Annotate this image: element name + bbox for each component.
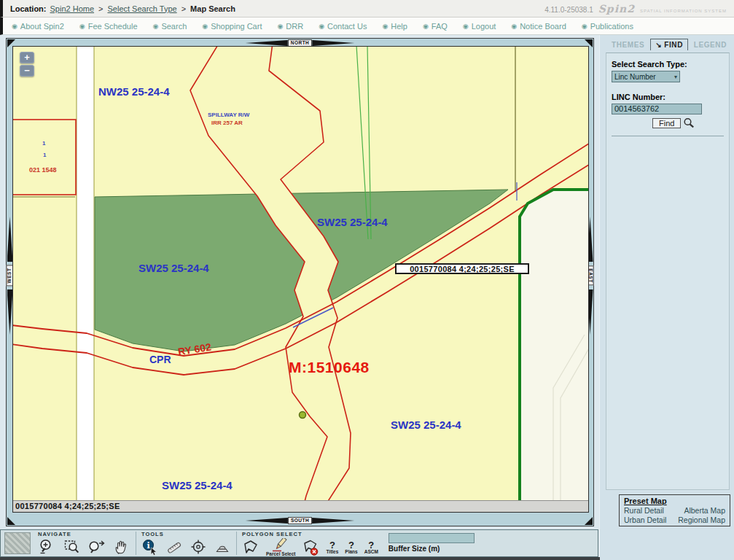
map-widget: NORTH SOUTH WEST EAST	[6, 38, 594, 526]
linc-number-label: LINC Number:	[612, 93, 724, 101]
chevron-down-icon: ▾	[674, 74, 677, 80]
parcel-map-graphic	[13, 47, 589, 502]
overview-map-thumbnail[interactable]	[4, 532, 31, 554]
menu-notice-board[interactable]: ◉Notice Board	[511, 22, 566, 31]
menu-contact-us[interactable]: ◉Contact Us	[319, 22, 367, 31]
parcel-label-sw25-left: SW25 25-24-4	[138, 262, 209, 274]
menu-fee-schedule[interactable]: ◉Fee Schedule	[79, 22, 138, 31]
preset-alberta-map[interactable]: Alberta Map	[677, 506, 726, 515]
menu-about-spin2[interactable]: ◉About Spin2	[12, 22, 64, 31]
preset-urban-detail[interactable]: Urban Detail	[624, 516, 673, 524]
pan-arrow-icon	[246, 518, 288, 524]
buffer-size-label: Buffer Size (m)	[389, 545, 475, 553]
linc-number-input[interactable]: 0014563762	[612, 104, 702, 114]
spillway-label: SPILLWAY R/W	[208, 112, 249, 118]
menu-help[interactable]: ◉Help	[382, 22, 407, 31]
version-area: 4.11.0-25038.1 Spin2 SPATIAL INFORMATION…	[544, 3, 727, 15]
find-button[interactable]: Find	[652, 118, 681, 128]
clear-polygon-tool-icon[interactable]	[302, 539, 319, 556]
bullet-icon: ◉	[423, 23, 429, 30]
menu-publications[interactable]: ◉Publications	[582, 22, 633, 31]
sidebar: THEMES ↘ FIND LEGEND Select Search Type:…	[599, 35, 734, 560]
spin2-app: Location: Spin2 Home > Select Search Typ…	[0, 0, 734, 560]
buffer-size-input[interactable]	[389, 533, 475, 543]
tab-themes[interactable]: THEMES	[607, 39, 649, 50]
location-label: Location:	[10, 4, 47, 13]
zoom-control: + −	[20, 52, 34, 77]
find-tab-arrow-icon: ↘	[655, 41, 662, 49]
preset-rural-detail[interactable]: Rural Detail	[624, 506, 673, 515]
pan-hand-tool-icon[interactable]	[113, 538, 130, 556]
pan-south-control[interactable]: SOUTH	[7, 517, 593, 524]
zoom-window-tool-icon[interactable]	[63, 538, 81, 556]
main-menu: ◉About Spin2 ◉Fee Schedule ◉Search ◉Shop…	[0, 18, 734, 35]
polygon-select-group: POLYGON SELECT Parcel Select ? Titles ?	[238, 530, 383, 556]
menu-faq[interactable]: ◉FAQ	[423, 22, 448, 31]
tools-group: TOOLS i	[137, 530, 235, 556]
bottom-shadow	[0, 557, 600, 560]
navigate-label: NAVIGATE	[38, 531, 130, 537]
search-type-label: Select Search Type:	[612, 60, 724, 69]
parcel-label-sw25-bottom-left: SW25 25-24-4	[162, 479, 233, 491]
ascm-query-button[interactable]: ? ASCM	[364, 540, 378, 555]
tab-legend[interactable]: LEGEND	[690, 39, 731, 50]
bullet-icon: ◉	[202, 23, 208, 30]
breadcrumb-separator: >	[98, 4, 103, 13]
tools-label: TOOLS	[141, 531, 231, 537]
titles-query-button[interactable]: ? Titles	[326, 540, 338, 555]
menu-drr[interactable]: ◉DRR	[277, 22, 303, 31]
plans-query-button[interactable]: ? Plans	[345, 540, 357, 555]
zoom-pan-tool-icon[interactable]	[87, 538, 106, 556]
breadcrumb-spin2-home[interactable]: Spin2 Home	[50, 4, 95, 13]
well-site-dot	[300, 412, 306, 419]
map-status-bar: 0015770084 4;24;25;25;SE	[13, 500, 588, 512]
parcel-select-tool-icon[interactable]: Parcel Select	[266, 538, 295, 557]
zoom-in-button[interactable]: +	[20, 52, 34, 63]
menu-search[interactable]: ◉Search	[153, 22, 187, 31]
polygon-select-label: POLYGON SELECT	[242, 531, 378, 537]
map-toolbar: NAVIGATE TOOLS i	[0, 529, 598, 557]
selected-parcel-callout: 0015770084 4;24;25;25;SE	[395, 263, 529, 274]
breadcrumb-select-search-type[interactable]: Select Search Type	[107, 4, 176, 13]
bullet-icon: ◉	[463, 23, 469, 30]
map-canvas[interactable]: NW25 25-24-4 SPILLWAY R/W IRR 257 AR SW2…	[12, 46, 589, 513]
zoom-in-tool-icon[interactable]	[38, 538, 56, 556]
center-target-tool-icon[interactable]	[190, 538, 207, 556]
road-allowance-strip	[77, 47, 94, 502]
irr-label: IRR 257 AR	[211, 120, 243, 126]
pan-arrow-icon	[312, 40, 354, 46]
menu-shopping-cart[interactable]: ◉Shopping Cart	[202, 22, 262, 31]
bullet-icon: ◉	[382, 23, 388, 30]
parcel-select-tool-label: Parcel Select	[266, 552, 295, 557]
find-magnifier-icon	[683, 117, 695, 128]
spin2-logo: Spin2	[598, 3, 635, 15]
parcel-label-sw25-bottom-right: SW25 25-24-4	[391, 419, 461, 431]
cpr-label: CPR	[149, 354, 171, 365]
measure-tool-icon[interactable]	[165, 538, 183, 556]
search-type-select[interactable]: Linc Number ▾	[612, 71, 680, 82]
zoom-out-button[interactable]: −	[20, 65, 34, 77]
bullet-icon: ◉	[12, 23, 17, 30]
pan-arrow-icon	[246, 40, 288, 46]
breadcrumb-separator: >	[181, 4, 186, 13]
meridian-number-label: M:1510648	[289, 359, 370, 376]
bullet-icon: ◉	[153, 23, 159, 30]
plan-number-label: 021 1548	[29, 166, 57, 174]
breadcrumb-map-search: Map Search	[190, 4, 235, 13]
version-number: 4.11.0-25038.1	[544, 6, 593, 14]
bullet-icon: ◉	[79, 23, 85, 30]
draw-polygon-tool-icon[interactable]	[242, 539, 259, 556]
print-extent-tool-icon[interactable]	[214, 538, 231, 556]
navigate-group: NAVIGATE	[34, 530, 135, 556]
preset-regional-map[interactable]: Regional Map	[677, 516, 726, 524]
svg-text:i: i	[147, 541, 149, 551]
tab-find[interactable]: ↘ FIND	[650, 39, 688, 50]
parcel-label-sw25-right: SW25 25-24-4	[317, 216, 388, 228]
find-panel: Select Search Type: Linc Number ▾ LINC N…	[606, 52, 730, 490]
white-parcel	[521, 190, 589, 502]
identify-tool-icon[interactable]: i	[141, 538, 159, 556]
menu-logout[interactable]: ◉Logout	[463, 22, 496, 31]
pan-arrow-icon	[312, 518, 354, 524]
lot-number-label: 1	[43, 152, 46, 158]
brand-tagline: SPATIAL INFORMATION SYSTEM	[640, 9, 727, 13]
